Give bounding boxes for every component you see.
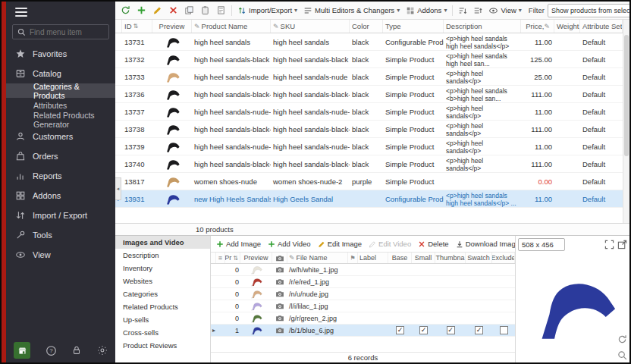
table-row[interactable]: 13817 women shoes-nude women shoes-nude-… bbox=[115, 173, 623, 190]
image-row[interactable]: ▸ 1 /b/1/blue_6.jpg ✓ ✓ ✓ ✓ bbox=[211, 325, 515, 337]
duplicate-button[interactable] bbox=[214, 3, 228, 17]
column-color[interactable]: Color bbox=[350, 20, 383, 33]
camera-column-icon[interactable] bbox=[272, 253, 287, 263]
table-row[interactable]: 13732 high heel sandals-black high heel … bbox=[115, 51, 623, 68]
lock-button[interactable] bbox=[71, 345, 82, 356]
settings-button[interactable] bbox=[97, 345, 108, 356]
table-row[interactable]: ▸ 13931 new High Heels Sandals High Geel… bbox=[115, 190, 623, 208]
tab-description[interactable]: Description bbox=[115, 249, 210, 262]
sidebar-item-reports[interactable]: Reports bbox=[6, 166, 115, 186]
sidebar-item-customers[interactable]: Customers bbox=[6, 127, 115, 146]
addons-dropdown[interactable]: Addons▾ bbox=[403, 3, 449, 17]
search-input[interactable] bbox=[30, 28, 104, 36]
tab-related-products[interactable]: Related Products bbox=[115, 300, 210, 313]
sidebar-item-tools[interactable]: Tools bbox=[6, 225, 115, 245]
column-product-name[interactable]: ✎Product Name bbox=[192, 20, 271, 33]
edit-video-button[interactable]: Edit Video bbox=[366, 237, 414, 251]
column-base[interactable]: Base bbox=[388, 253, 412, 263]
column-exclude[interactable]: Exclude bbox=[492, 253, 515, 263]
fullscreen-icon[interactable] bbox=[604, 240, 614, 249]
sidebar-item-view[interactable]: View bbox=[6, 245, 115, 265]
delete-image-button[interactable]: Delete bbox=[415, 237, 451, 251]
sidebar-item-addons[interactable]: Addons bbox=[6, 186, 115, 206]
store-app-button[interactable] bbox=[14, 342, 30, 359]
help-button[interactable]: ? bbox=[46, 345, 57, 356]
delete-product-button[interactable] bbox=[166, 3, 181, 17]
add-image-button[interactable]: Add Image bbox=[213, 237, 264, 251]
checkbox-small[interactable]: ✓ bbox=[412, 326, 435, 334]
download-image-button[interactable]: Download Image bbox=[453, 237, 515, 251]
table-row[interactable]: 13740 high heel sandals-black-38 high he… bbox=[115, 155, 623, 173]
vertical-scrollbar[interactable] bbox=[623, 20, 629, 223]
copy-button[interactable] bbox=[182, 3, 196, 17]
column-file-name[interactable]: ✎File Name bbox=[287, 253, 348, 263]
image-preview[interactable] bbox=[516, 253, 629, 362]
column-priority[interactable]: Pr⇅ bbox=[225, 253, 240, 263]
zoom-icon[interactable] bbox=[617, 350, 627, 360]
column-id[interactable]: ID⇅ bbox=[122, 20, 152, 33]
table-row[interactable]: 13737 high heel sandals-nude-36 high hee… bbox=[115, 103, 623, 121]
tab-product-reviews[interactable]: Product Reviews bbox=[115, 339, 210, 352]
open-external-icon[interactable] bbox=[617, 240, 627, 249]
column-thumbnail[interactable]: Thumbna bbox=[435, 253, 466, 263]
sort-button[interactable] bbox=[456, 3, 469, 17]
tab-categories[interactable]: Categories bbox=[115, 287, 210, 300]
add-product-button[interactable] bbox=[134, 3, 149, 17]
sidebar-item-favorites[interactable]: Favorites bbox=[6, 44, 115, 64]
image-row[interactable]: 0 /g/r/green_2.jpg bbox=[211, 312, 515, 325]
menu-icon[interactable]: ≡ bbox=[216, 253, 225, 263]
flag-column-icon[interactable]: ⚑ bbox=[348, 253, 358, 263]
column-price[interactable]: Price,✎ bbox=[521, 20, 554, 33]
sidebar-item-categories-products[interactable]: Categories & Products bbox=[6, 83, 115, 98]
tab-cross-sells[interactable]: Cross-sells bbox=[115, 326, 210, 339]
checkbox-thumbnail[interactable]: ✓ bbox=[435, 326, 466, 334]
column-weight[interactable]: Weight bbox=[554, 20, 580, 33]
view-dropdown[interactable]: View▾ bbox=[486, 3, 523, 17]
edit-image-button[interactable]: Edit Image bbox=[315, 237, 365, 251]
tab-websites[interactable]: Websites bbox=[115, 275, 210, 287]
column-image-preview[interactable]: Preview bbox=[240, 253, 272, 263]
resize-dimensions-input[interactable] bbox=[518, 238, 565, 251]
column-sku[interactable]: ✎SKU bbox=[271, 20, 350, 33]
image-row[interactable]: 0 /r/e/red_1.jpg bbox=[211, 276, 515, 288]
checkbox-swatch[interactable]: ✓ bbox=[466, 326, 492, 334]
checkbox-base[interactable]: ✓ bbox=[388, 326, 412, 334]
panel-collapse-handle[interactable]: ◂ bbox=[115, 177, 121, 200]
table-row[interactable]: 13738 high heel sandals-black-37 high he… bbox=[115, 121, 623, 138]
image-row[interactable]: 0 /w/h/white_1.jpg bbox=[211, 264, 515, 276]
column-small[interactable]: Small bbox=[412, 253, 435, 263]
rotate-icon[interactable] bbox=[617, 334, 627, 344]
tab-up-sells[interactable]: Up-sells bbox=[115, 313, 210, 326]
column-swatch[interactable]: Swatch bbox=[466, 253, 492, 263]
sidebar-item-related-products-generator[interactable]: Related Products Generator bbox=[6, 112, 115, 127]
image-row[interactable]: 0 /n/u/nude.jpg bbox=[211, 288, 515, 300]
grid-icon bbox=[406, 6, 415, 15]
table-row[interactable]: 13739 high heel sandals-nude-37 high hee… bbox=[115, 138, 623, 155]
refresh-button[interactable] bbox=[118, 3, 133, 17]
sidebar-item-catalog[interactable]: Catalog bbox=[6, 64, 115, 83]
import-export-dropdown[interactable]: Import/Export▾ bbox=[235, 3, 300, 17]
column-label[interactable]: Label bbox=[358, 253, 388, 263]
sidebar-search[interactable] bbox=[12, 24, 109, 39]
scrollbar-thumb[interactable] bbox=[624, 35, 629, 156]
expand-all-button[interactable] bbox=[471, 3, 485, 17]
add-video-button[interactable]: Add Video bbox=[265, 237, 314, 251]
edit-product-button[interactable] bbox=[150, 3, 165, 17]
tab-images-and-video[interactable]: Images and Video bbox=[115, 236, 210, 249]
multi-editors-dropdown[interactable]: Multi Editors & Changers▾ bbox=[301, 3, 402, 17]
filter-select[interactable]: Show products from selected categories ▾ bbox=[548, 4, 629, 17]
tab-inventory[interactable]: Inventory bbox=[115, 262, 210, 275]
sidebar-item-import-export[interactable]: Import / Export bbox=[6, 206, 115, 225]
column-preview[interactable]: Preview bbox=[152, 20, 192, 33]
image-row[interactable]: 0 /l/i/lilac_1.jpg bbox=[211, 300, 515, 312]
column-description[interactable]: Description bbox=[444, 20, 521, 33]
column-attribute-set-name[interactable]: Attribute Set Name bbox=[580, 20, 623, 33]
menu-button[interactable] bbox=[15, 5, 27, 19]
checkbox-exclude[interactable] bbox=[492, 326, 515, 334]
column-type[interactable]: Type bbox=[383, 20, 444, 33]
table-row[interactable]: 13736 high heel sandals-black-36 high he… bbox=[115, 86, 623, 103]
sidebar-item-orders[interactable]: Orders bbox=[6, 146, 115, 166]
paste-button[interactable] bbox=[198, 3, 212, 17]
table-row[interactable]: 13731 high heel sandals high heel sandal… bbox=[115, 33, 623, 51]
table-row[interactable]: 13733 high heel sandals-nude high heel s… bbox=[115, 68, 623, 86]
